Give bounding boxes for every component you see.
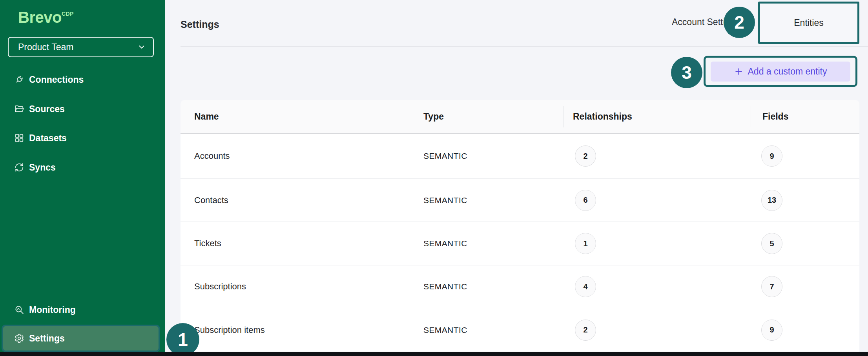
column-divider: [563, 106, 563, 127]
entity-type: SEMANTIC: [423, 239, 467, 248]
sidebar-item-datasets[interactable]: Datasets: [0, 129, 165, 147]
screenshot-bottom-edge: [0, 352, 868, 356]
sidebar-item-label: Sources: [29, 104, 65, 114]
sidebar-item-label: Datasets: [29, 133, 67, 143]
column-header-type: Type: [423, 100, 444, 133]
tab-account-settings[interactable]: Account Settings: [672, 15, 724, 29]
annotation-step-1: 1: [166, 323, 199, 356]
column-header-fields: Fields: [762, 100, 788, 133]
table-row-accounts[interactable]: Accounts SEMANTIC 2 9: [181, 134, 859, 178]
column-header-name: Name: [194, 100, 219, 133]
annotation-step-3: 3: [671, 57, 702, 88]
annotation-step-2: 2: [724, 7, 755, 38]
brand-superscript: CDP: [62, 11, 74, 17]
column-divider: [751, 106, 751, 127]
fields-badge: 5: [761, 233, 782, 254]
entities-table: Name Type Relationships Fields Accounts …: [181, 100, 859, 352]
sidebar-item-label: Syncs: [29, 162, 56, 173]
brevo-logo: BrevoCDP: [18, 9, 74, 26]
page-title: Settings: [181, 19, 219, 30]
entity-name: Tickets: [194, 238, 221, 249]
relationships-badge: 2: [575, 145, 596, 167]
sidebar-item-monitoring[interactable]: Monitoring: [0, 300, 165, 319]
magnifier-icon: [14, 305, 24, 315]
brand-name: Brevo: [18, 9, 62, 26]
entity-type: SEMANTIC: [423, 196, 467, 205]
relationships-badge: 1: [575, 233, 596, 254]
sidebar-item-sources[interactable]: Sources: [0, 100, 165, 118]
column-divider: [413, 106, 413, 127]
team-selector-dropdown[interactable]: Product Team: [8, 37, 154, 57]
entity-name: Subscriptions: [194, 282, 246, 292]
entity-type: SEMANTIC: [423, 282, 467, 291]
plug-icon: [14, 74, 24, 85]
fields-badge: 13: [761, 190, 782, 211]
team-selector-label: Product Team: [18, 42, 137, 53]
relationships-badge: 2: [575, 320, 596, 341]
app-window: BrevoCDP Product Team Connections Source…: [0, 0, 868, 356]
sidebar-item-settings[interactable]: Settings: [2, 325, 160, 352]
fields-badge: 9: [761, 320, 782, 341]
column-header-relationships: Relationships: [573, 100, 632, 133]
fields-badge: 9: [761, 145, 782, 167]
folder-icon: [14, 104, 24, 114]
table-header-row: Name Type Relationships Fields: [181, 100, 859, 134]
gear-icon: [14, 333, 24, 343]
tab-entities[interactable]: Entities: [758, 2, 859, 44]
table-row-tickets[interactable]: Tickets SEMANTIC 1 5: [181, 222, 859, 265]
relationships-badge: 4: [575, 276, 596, 297]
tab-entities-label: Entities: [794, 18, 823, 28]
sidebar-item-syncs[interactable]: Syncs: [0, 158, 165, 177]
header-divider: [181, 46, 868, 47]
fields-badge: 7: [761, 276, 782, 297]
sidebar-item-connections[interactable]: Connections: [0, 70, 165, 89]
relationships-badge: 6: [575, 190, 596, 211]
sync-icon: [14, 162, 24, 173]
entity-name: Subscription items: [194, 325, 265, 335]
table-row-contacts[interactable]: Contacts SEMANTIC 6 13: [181, 178, 859, 222]
sidebar-item-label: Connections: [29, 74, 84, 85]
sidebar-item-label: Settings: [29, 333, 65, 344]
entity-name: Contacts: [194, 195, 228, 205]
entity-name: Accounts: [194, 151, 230, 161]
entity-type: SEMANTIC: [423, 325, 467, 335]
sidebar-item-label: Monitoring: [29, 305, 76, 315]
entity-type: SEMANTIC: [423, 151, 467, 161]
annotation-box-add-entity: [704, 56, 857, 87]
table-row-subscriptions[interactable]: Subscriptions SEMANTIC 4 7: [181, 265, 859, 308]
sidebar: BrevoCDP Product Team Connections Source…: [0, 0, 165, 356]
table-row-subscription-items[interactable]: Subscription items SEMANTIC 2 9: [181, 308, 859, 352]
chevron-down-icon: [137, 43, 146, 51]
grid-icon: [14, 133, 24, 143]
